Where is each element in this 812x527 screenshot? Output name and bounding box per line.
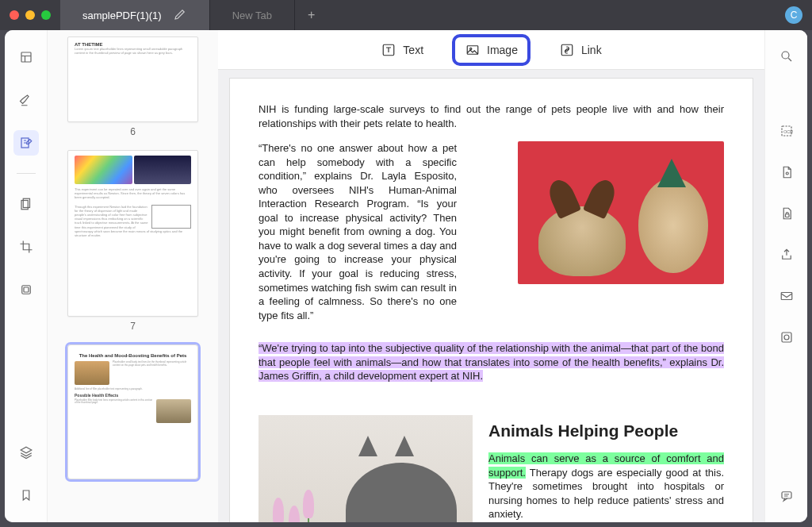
- pages-tool[interactable]: [13, 191, 39, 217]
- svg-point-17: [786, 172, 788, 175]
- thumb-image: [75, 361, 109, 385]
- file-button[interactable]: [775, 160, 799, 184]
- svg-text:OCR: OCR: [783, 129, 793, 134]
- thumbnail-page-6[interactable]: AT THETIME Lorem ipsum text placeholder …: [67, 37, 198, 145]
- annotate-tool[interactable]: [13, 130, 39, 156]
- thumb-page-number: 7: [67, 317, 198, 340]
- content-area: Text Image Link NIH is funding large-sca…: [218, 30, 764, 522]
- thumb-filler: Additional line of filler placeholder te…: [75, 388, 191, 391]
- file-lock-icon: [779, 206, 794, 221]
- right-sidebar: OCR: [764, 30, 807, 522]
- tab-samplepdf[interactable]: samplePDF(1)(1): [60, 0, 210, 30]
- minimize-window-button[interactable]: [25, 10, 35, 20]
- link-icon: [559, 42, 575, 58]
- thumb-image: [75, 156, 132, 184]
- thumb-subheading: Possible Health Effects: [75, 393, 191, 398]
- svg-rect-20: [782, 333, 791, 342]
- thumbnail-page-8[interactable]: The Health and Mood-Boosting Benefits of…: [67, 344, 198, 479]
- thumb-image: [134, 156, 192, 184]
- thumb-filler: Lorem ipsum text placeholder lines repre…: [75, 47, 191, 55]
- window-controls: [10, 10, 51, 20]
- attach-button[interactable]: [775, 202, 799, 225]
- search-button[interactable]: [775, 44, 799, 68]
- thumbnails-icon: [19, 50, 33, 64]
- dog-illustration: [638, 178, 708, 273]
- text-icon: [381, 42, 396, 58]
- tab-bar: samplePDF(1)(1) New Tab +: [60, 0, 785, 30]
- tool-label: Link: [581, 44, 602, 56]
- thumbnail-panel[interactable]: AT THETIME Lorem ipsum text placeholder …: [48, 30, 218, 522]
- highlight-tool[interactable]: [13, 87, 39, 113]
- paragraph: “There's no one answer about how a pet c…: [259, 141, 457, 322]
- thumb-diagram: [151, 205, 191, 229]
- layers-icon: [19, 445, 33, 460]
- text-tool-button[interactable]: Text: [371, 37, 433, 63]
- svg-rect-19: [781, 293, 792, 300]
- share-icon: [779, 248, 794, 262]
- avatar-initial: C: [791, 10, 798, 21]
- thumbnails-tool[interactable]: [13, 44, 39, 70]
- tab-label: New Tab: [232, 10, 272, 21]
- avatar[interactable]: C: [785, 6, 802, 24]
- page: NIH is funding large-scale surveys to fi…: [229, 78, 753, 522]
- thumb-title: The Health and Mood-Boosting Benefits of…: [75, 353, 191, 358]
- close-window-button[interactable]: [10, 10, 19, 20]
- thumb-filler: Through this experiment Newton laid the …: [75, 205, 191, 238]
- thumb-filler: Placeholder filler body text lines repre…: [75, 399, 153, 423]
- pencil-icon: [173, 7, 187, 24]
- tab-new[interactable]: New Tab: [210, 0, 295, 30]
- annotation-toolbar: Text Image Link: [218, 30, 764, 70]
- svg-rect-7: [21, 286, 30, 294]
- search-icon: [779, 49, 794, 63]
- share-button[interactable]: [775, 243, 799, 267]
- tool-label: Image: [487, 44, 518, 56]
- tab-label: samplePDF(1)(1): [82, 10, 162, 21]
- note-pencil-icon: [19, 136, 33, 150]
- title-bar: samplePDF(1)(1) New Tab + C: [0, 0, 812, 30]
- new-tab-button[interactable]: +: [295, 8, 327, 22]
- comment-icon: [779, 489, 794, 503]
- plus-icon: +: [308, 8, 315, 21]
- pages-icon: [19, 197, 33, 211]
- thumb-image: [156, 399, 191, 423]
- tool-label: Text: [403, 44, 423, 56]
- svg-point-21: [784, 335, 789, 340]
- thumb-page-number: 6: [67, 122, 198, 145]
- image-tool-button[interactable]: Image: [455, 37, 527, 63]
- link-tool-button[interactable]: Link: [550, 37, 611, 63]
- file-icon: [779, 165, 794, 179]
- stack-icon: [19, 283, 33, 297]
- highlighter-icon: [19, 93, 33, 107]
- thumb-filler: This experiment can be repeated over and…: [75, 187, 191, 200]
- bookmark-button[interactable]: [13, 483, 39, 508]
- thumbnail-page-7[interactable]: This experiment can be repeated over and…: [67, 150, 198, 340]
- thumb-filler: Placeholder small body text lines for th…: [113, 361, 191, 385]
- maximize-window-button[interactable]: [41, 10, 51, 20]
- ocr-button[interactable]: OCR: [775, 119, 799, 143]
- layers-button[interactable]: [13, 440, 39, 465]
- crop-tool[interactable]: [13, 234, 39, 260]
- svg-line-14: [788, 58, 791, 61]
- dog-illustration: [538, 206, 626, 276]
- svg-point-13: [782, 52, 789, 59]
- watermark-button[interactable]: [775, 325, 799, 349]
- watermark-icon: [779, 330, 794, 344]
- comments-button[interactable]: [775, 484, 799, 508]
- svg-rect-22: [782, 492, 791, 498]
- bookmark-icon: [19, 488, 33, 502]
- mail-icon: [779, 289, 794, 303]
- document-viewport[interactable]: NIH is funding large-scale surveys to fi…: [218, 70, 764, 522]
- inline-image-dogs[interactable]: [518, 141, 724, 284]
- svg-rect-18: [785, 214, 789, 217]
- highlight-purple: “We're trying to tap into the subjective…: [259, 342, 724, 382]
- inline-image-cat[interactable]: [259, 415, 473, 522]
- svg-rect-0: [21, 52, 31, 62]
- ocr-icon: OCR: [779, 124, 794, 138]
- mail-button[interactable]: [775, 284, 799, 308]
- crop-icon: [19, 240, 33, 254]
- divider: [17, 173, 36, 174]
- left-sidebar: [5, 30, 48, 522]
- layers-alt-tool[interactable]: [13, 277, 39, 302]
- paragraph-highlighted: “We're trying to tap into the subjective…: [259, 341, 724, 383]
- svg-rect-12: [561, 44, 573, 56]
